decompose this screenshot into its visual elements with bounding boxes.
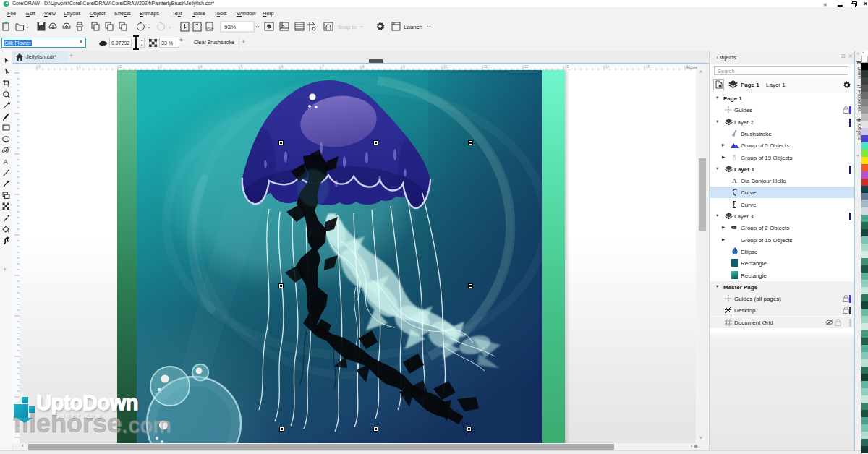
svg-text:A: A (3, 158, 8, 166)
svg-text:2: 2 (119, 65, 122, 69)
svg-text:4: 4 (200, 65, 203, 69)
svg-text:8: 8 (362, 65, 365, 69)
svg-text:10: 10 (443, 65, 448, 69)
svg-text:15: 15 (646, 65, 650, 69)
svg-text:93%: 93% (224, 24, 236, 30)
svg-text:Launch: Launch (404, 24, 422, 30)
svg-text:12: 12 (524, 65, 529, 69)
svg-text:Snap to: Snap to (338, 24, 357, 30)
svg-text:3: 3 (160, 65, 162, 69)
svg-text:7: 7 (322, 65, 324, 69)
svg-text:11: 11 (484, 65, 488, 69)
svg-text:1: 1 (79, 65, 81, 69)
svg-text:0: 0 (38, 65, 41, 69)
svg-text:6: 6 (281, 65, 284, 69)
svg-text:13: 13 (565, 65, 569, 69)
svg-text:14: 14 (605, 65, 610, 69)
svg-text:PDF: PDF (207, 26, 214, 30)
svg-text:9: 9 (403, 65, 405, 69)
svg-text:5: 5 (241, 65, 243, 69)
